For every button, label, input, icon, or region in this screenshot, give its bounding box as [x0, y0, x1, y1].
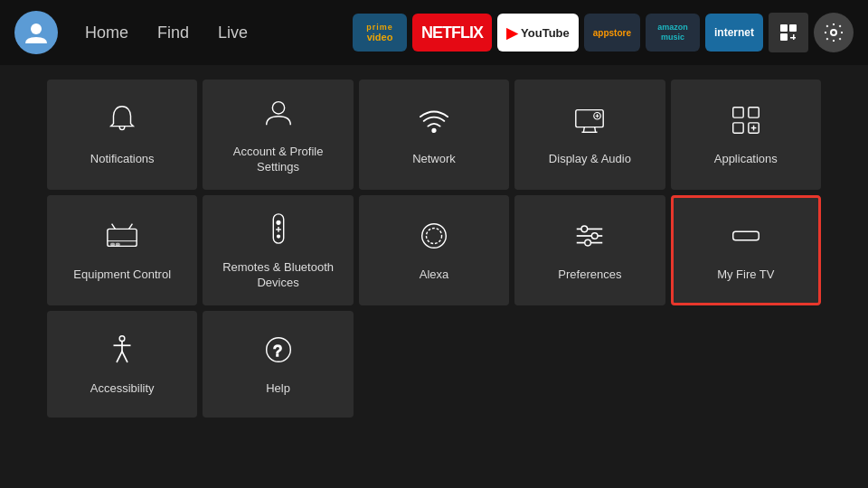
alexa-icon	[417, 219, 451, 257]
svg-point-0	[31, 23, 42, 34]
settings-gear-button[interactable]	[814, 13, 854, 52]
nav-links: Home Find Live	[72, 18, 260, 48]
nav-home[interactable]: Home	[72, 18, 141, 48]
tile-myfiretv[interactable]: My Fire TV	[671, 195, 821, 305]
tile-network[interactable]: Network	[359, 80, 509, 190]
wifi-icon	[417, 103, 451, 141]
svg-point-27	[426, 229, 441, 244]
tile-preferences-label: Preferences	[558, 267, 621, 283]
tile-equipment-label: Equipment Control	[73, 267, 171, 283]
nav-live[interactable]: Live	[205, 18, 260, 48]
tile-help-label: Help	[266, 381, 290, 397]
display-icon	[572, 103, 607, 141]
tile-notifications-label: Notifications	[90, 152, 155, 167]
svg-point-8	[432, 129, 436, 133]
tile-alexa[interactable]: Alexa	[359, 195, 509, 305]
accessibility-icon	[105, 333, 139, 371]
svg-rect-20	[117, 244, 120, 246]
app-shortcuts: prime video NETFLIX ▶ YouTube appstore a…	[353, 13, 854, 52]
svg-rect-1	[780, 24, 788, 32]
svg-text:?: ?	[273, 343, 282, 360]
svg-point-32	[592, 233, 599, 239]
app-appstore[interactable]: appstore	[584, 14, 640, 52]
svg-point-7	[272, 102, 284, 114]
person-icon	[261, 96, 296, 134]
tile-remotes-label: Remotes & Bluetooth Devices	[212, 260, 344, 291]
svg-point-6	[831, 30, 836, 35]
svg-rect-12	[749, 108, 759, 117]
tile-help[interactable]: ? Help	[203, 311, 353, 418]
tile-applications[interactable]: Applications	[671, 80, 821, 190]
settings-grid: Notifications Account & Profile Settings	[47, 80, 821, 418]
help-icon: ?	[261, 333, 296, 371]
tile-remotes[interactable]: Remotes & Bluetooth Devices	[203, 195, 353, 305]
tile-notifications[interactable]: Notifications	[47, 80, 197, 190]
svg-point-22	[277, 221, 280, 224]
app-prime[interactable]: prime video	[353, 14, 407, 52]
svg-rect-34	[733, 231, 760, 240]
tile-myfiretv-label: My Fire TV	[717, 267, 774, 283]
svg-point-25	[277, 235, 279, 238]
svg-rect-19	[111, 244, 115, 246]
tile-account-label: Account & Profile Settings	[212, 145, 344, 175]
tile-preferences[interactable]: Preferences	[514, 195, 665, 305]
grid-view-button[interactable]	[769, 13, 808, 52]
firetv-icon	[729, 219, 763, 257]
tile-accessibility-label: Accessibility	[90, 381, 155, 397]
svg-point-35	[119, 336, 125, 342]
apps-icon	[729, 103, 763, 141]
app-internet[interactable]: internet	[705, 14, 763, 52]
nav-find[interactable]: Find	[145, 18, 202, 48]
svg-rect-3	[780, 33, 788, 41]
tile-display-audio[interactable]: Display & Audio	[514, 80, 665, 190]
tile-applications-label: Applications	[714, 152, 778, 167]
tv-icon	[105, 219, 139, 257]
avatar[interactable]	[14, 11, 58, 54]
topbar: Home Find Live prime video NETFLIX ▶ You…	[0, 0, 868, 65]
svg-rect-5	[790, 37, 796, 39]
tile-network-label: Network	[412, 152, 456, 167]
sliders-icon	[572, 219, 607, 257]
svg-point-33	[585, 239, 591, 246]
tile-display-audio-label: Display & Audio	[549, 152, 631, 167]
svg-point-26	[422, 224, 447, 249]
tile-accessibility[interactable]: Accessibility	[47, 311, 197, 418]
tile-account[interactable]: Account & Profile Settings	[203, 80, 353, 190]
remote-icon	[261, 211, 296, 249]
svg-rect-11	[733, 108, 743, 117]
app-netflix[interactable]: NETFLIX	[412, 14, 492, 52]
tile-alexa-label: Alexa	[420, 267, 449, 283]
settings-container: Notifications Account & Profile Settings	[0, 65, 868, 425]
svg-point-31	[581, 226, 588, 232]
bell-icon	[105, 103, 139, 141]
youtube-icon: ▶	[506, 24, 517, 42]
app-amazon-music[interactable]: amazonmusic	[646, 14, 700, 52]
app-youtube[interactable]: ▶ YouTube	[497, 14, 579, 52]
svg-rect-2	[789, 24, 797, 32]
svg-rect-13	[733, 123, 743, 133]
tile-equipment[interactable]: Equipment Control	[47, 195, 197, 305]
